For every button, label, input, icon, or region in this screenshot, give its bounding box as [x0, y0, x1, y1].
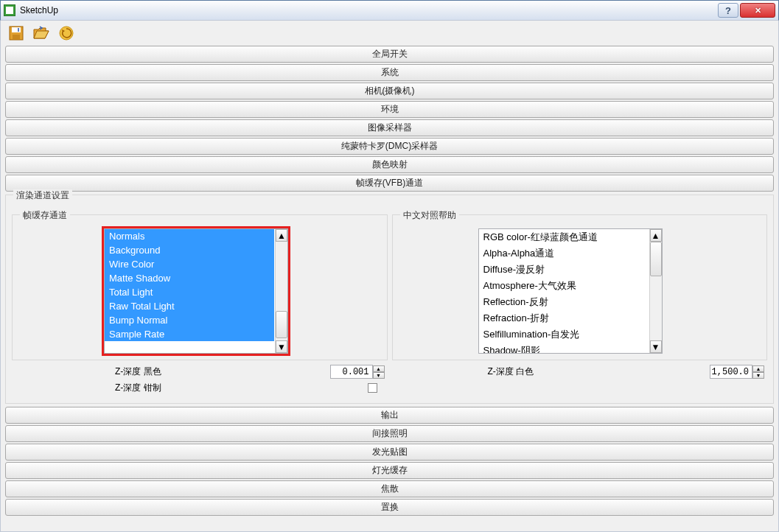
- list-item[interactable]: Atmosphere-大气效果: [479, 278, 649, 294]
- scroll-down-icon[interactable]: ▼: [650, 340, 662, 353]
- z-depth-clamp-checkbox[interactable]: [368, 383, 377, 393]
- z-depth-white-input[interactable]: [710, 365, 752, 379]
- open-icon[interactable]: [32, 24, 51, 43]
- list-item[interactable]: Refraction-折射: [479, 310, 649, 326]
- spin-down-icon[interactable]: ▼: [752, 372, 764, 379]
- app-icon: [4, 4, 15, 16]
- window-content: 全局开关 系统 相机(摄像机) 环境 图像采样器 纯蒙特卡罗(DMC)采样器 颜…: [0, 21, 779, 532]
- spin-up-icon[interactable]: ▲: [752, 365, 764, 372]
- vfb-channel-label: 帧缓存通道: [20, 209, 70, 222]
- panel-displacement[interactable]: 置换: [5, 499, 774, 516]
- z-depth-black-label: Z-深度 黑色: [115, 365, 218, 378]
- scrollbar[interactable]: ▲ ▼: [275, 229, 287, 353]
- z-depth-clamp-label: Z-深度 钳制: [115, 382, 218, 394]
- spin-down-icon[interactable]: ▼: [373, 372, 385, 379]
- svg-rect-1: [12, 27, 21, 32]
- panel-camera[interactable]: 相机(摄像机): [5, 83, 774, 99]
- list-item[interactable]: RGB color-红绿蓝颜色通道: [479, 229, 649, 245]
- panel-irradiance-map[interactable]: 发光贴图: [5, 444, 774, 461]
- z-depth-clamp-row: Z-深度 钳制: [12, 380, 388, 396]
- list-item[interactable]: Total Light: [105, 285, 274, 299]
- save-icon[interactable]: [7, 24, 26, 43]
- title-bar: SketchUp ? ✕: [0, 0, 779, 21]
- list-item[interactable]: Diffuse-漫反射: [479, 262, 649, 278]
- list-item[interactable]: Raw Total Light: [105, 299, 274, 313]
- panel-caustics[interactable]: 焦散: [5, 480, 774, 497]
- list-item[interactable]: Shadow-阴影: [479, 343, 649, 353]
- svg-rect-3: [18, 28, 19, 32]
- z-depth-white-label: Z-深度 白色: [488, 365, 591, 378]
- spin-up-icon[interactable]: ▲: [373, 365, 385, 372]
- help-button[interactable]: ?: [718, 3, 738, 18]
- panel-global-switch[interactable]: 全局开关: [5, 46, 774, 63]
- panel-dmc-sampler[interactable]: 纯蒙特卡罗(DMC)采样器: [5, 138, 774, 155]
- panel-environment[interactable]: 环境: [5, 101, 774, 118]
- list-item[interactable]: Bump Normal: [105, 313, 274, 327]
- scroll-down-icon[interactable]: ▼: [276, 340, 287, 353]
- vfb-channel-listbox[interactable]: Normals Background Wire Color Matte Shad…: [104, 228, 288, 354]
- list-item[interactable]: Alpha-Alpha通道: [479, 245, 649, 262]
- toolbar: [1, 21, 778, 46]
- list-item[interactable]: Normals: [105, 229, 274, 243]
- left-column: 帧缓存通道 Normals Background Wire Color Matt…: [12, 211, 388, 396]
- close-button[interactable]: ✕: [740, 3, 775, 18]
- panel-vfb-channels[interactable]: 帧缓存(VFB)通道: [5, 175, 774, 192]
- list-item[interactable]: Sample Rate: [105, 327, 274, 341]
- svg-rect-2: [13, 35, 20, 39]
- help-label: 中文对照帮助: [400, 209, 459, 222]
- help-fieldset: 中文对照帮助 RGB color-红绿蓝颜色通道 Alpha-Alpha通道 D…: [392, 214, 768, 360]
- scroll-up-icon[interactable]: ▲: [276, 229, 287, 242]
- list-item[interactable]: Background: [105, 243, 274, 257]
- scrollbar[interactable]: ▲ ▼: [649, 229, 662, 353]
- panel-system[interactable]: 系统: [5, 64, 774, 81]
- refresh-icon[interactable]: [57, 24, 76, 43]
- panels-top: 全局开关 系统 相机(摄像机) 环境 图像采样器 纯蒙特卡罗(DMC)采样器 颜…: [1, 46, 778, 192]
- panel-color-mapping[interactable]: 颜色映射: [5, 156, 774, 173]
- right-column: 中文对照帮助 RGB color-红绿蓝颜色通道 Alpha-Alpha通道 D…: [392, 211, 768, 396]
- render-channel-wrapper: 渲染通道设置 帧缓存通道 Normals Background Wire Col…: [1, 195, 778, 404]
- help-listbox[interactable]: RGB color-红绿蓝颜色通道 Alpha-Alpha通道 Diffuse-…: [478, 228, 663, 354]
- panels-bottom: 输出 间接照明 发光贴图 灯光缓存 焦散 置换: [1, 407, 778, 516]
- list-item[interactable]: Selfillumination-自发光: [479, 326, 649, 343]
- z-depth-white-row: Z-深度 白色 ▲ ▼: [392, 363, 768, 380]
- window-title: SketchUp: [20, 5, 716, 15]
- panel-indirect-illumination[interactable]: 间接照明: [5, 425, 774, 442]
- list-item[interactable]: Wire Color: [105, 257, 274, 271]
- list-item[interactable]: Matte Shadow: [105, 271, 274, 285]
- panel-light-cache[interactable]: 灯光缓存: [5, 462, 774, 479]
- vfb-channel-fieldset: 帧缓存通道 Normals Background Wire Color Matt…: [12, 214, 388, 360]
- panel-output[interactable]: 输出: [5, 407, 774, 424]
- panel-image-sampler[interactable]: 图像采样器: [5, 119, 774, 136]
- render-channel-fieldset: 渲染通道设置 帧缓存通道 Normals Background Wire Col…: [5, 195, 774, 404]
- scroll-up-icon[interactable]: ▲: [650, 229, 662, 242]
- z-depth-black-row: Z-深度 黑色 ▲ ▼: [12, 363, 388, 380]
- z-depth-black-input[interactable]: [330, 365, 373, 379]
- list-item[interactable]: Reflection-反射: [479, 294, 649, 310]
- render-channel-label: 渲染通道设置: [13, 189, 72, 202]
